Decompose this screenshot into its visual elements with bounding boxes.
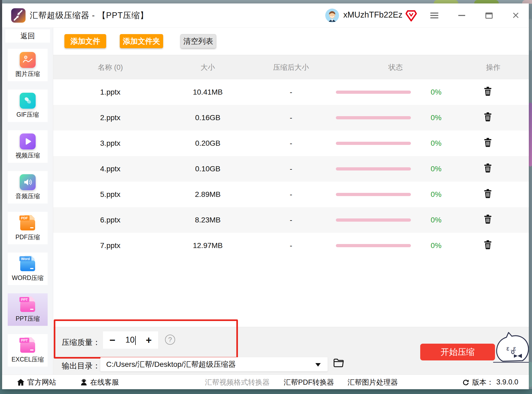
- progress-bar: [336, 193, 411, 196]
- output-dir-path: C:/Users/汇帮/Desktop/汇帮超级压缩器: [106, 359, 236, 369]
- app-window: 汇帮超级压缩器 - 【PPT压缩】 xMUzhTFb22Ez: [2, 3, 529, 389]
- file-name: 7.pptx: [53, 241, 167, 250]
- window-title: 汇帮超级压缩器 - 【PPT压缩】: [30, 10, 149, 21]
- sidebar-item-pdf-compress[interactable]: PDF PDF压缩: [8, 212, 48, 244]
- desktop-icon-fragment: [529, 103, 532, 166]
- add-file-button[interactable]: 添加文件: [64, 34, 106, 48]
- folder-icon: [333, 358, 344, 368]
- sidebar-item-label: WORD压缩: [12, 274, 44, 282]
- file-name: 4.pptx: [53, 165, 167, 173]
- official-site-link[interactable]: 官方网站: [17, 375, 56, 389]
- clear-list-button[interactable]: 清空列表: [180, 34, 216, 48]
- close-button[interactable]: [511, 10, 521, 21]
- header-action: 操作: [457, 63, 529, 72]
- output-dir-select[interactable]: C:/Users/汇帮/Desktop/汇帮超级压缩器: [100, 357, 328, 371]
- file-size: 8.23MB: [167, 216, 248, 224]
- file-size: 0.10GB: [167, 165, 248, 173]
- sidebar-item-label: EXCEL压缩: [11, 355, 44, 364]
- sidebar-item-gif-compress[interactable]: GIF压缩: [8, 90, 48, 122]
- minimize-button[interactable]: [457, 10, 467, 21]
- compressed-size: -: [248, 139, 334, 148]
- progress-bar: [336, 244, 411, 247]
- quality-increase-button[interactable]: +: [146, 335, 152, 345]
- cat-mascot: ε.ε: [493, 329, 529, 367]
- help-icon[interactable]: ?: [165, 335, 175, 345]
- file-name: 2.pptx: [53, 113, 167, 122]
- browse-folder-button[interactable]: [333, 358, 344, 368]
- video-compress-icon: [20, 133, 36, 149]
- online-support-link[interactable]: 在线客服: [80, 375, 119, 389]
- ppt-badge: PPT: [19, 297, 29, 302]
- sidebar-item-label: 音频压缩: [15, 192, 40, 200]
- delete-file-button[interactable]: [484, 163, 492, 173]
- delete-file-button[interactable]: [484, 138, 492, 148]
- cat-eyes: ε.ε: [506, 345, 517, 352]
- file-size: 2.89MB: [167, 190, 248, 199]
- sidebar-item-audio-compress[interactable]: 音频压缩: [8, 171, 48, 204]
- footer-link-pdf-converter[interactable]: 汇帮PDF转换器: [284, 375, 334, 389]
- home-icon: [17, 379, 25, 386]
- delete-file-button[interactable]: [484, 214, 492, 225]
- delete-file-button[interactable]: [484, 240, 492, 250]
- delete-file-button[interactable]: [484, 189, 492, 199]
- pdf-compress-icon: PDF: [19, 215, 36, 231]
- progress-percent: 0%: [431, 139, 441, 148]
- support-agent-icon: [80, 379, 88, 386]
- quality-stepper: − 10 +: [103, 331, 158, 349]
- sidebar-item-label: PDF压缩: [15, 233, 40, 241]
- sidebar-item-video-compress[interactable]: 视频压缩: [8, 130, 48, 163]
- version-label: 版本：: [472, 377, 494, 387]
- file-size: 10.41MB: [167, 88, 248, 96]
- compressed-size: -: [248, 113, 334, 122]
- back-button[interactable]: 返回: [5, 29, 50, 43]
- table-row: 6.pptx 8.23MB - 0%: [53, 207, 529, 233]
- table-header: 名称 (0) 大小 压缩后大小 状态 操作: [53, 55, 529, 79]
- sidebar-item-ppt-compress-selected[interactable]: PPT PPT压缩: [8, 293, 48, 326]
- word-badge: Word: [19, 256, 31, 261]
- desktop-icon-fragment: [529, 362, 532, 387]
- sidebar-item-label: 图片压缩: [15, 70, 40, 78]
- progress-bar: [336, 116, 411, 119]
- sidebar-item-word-compress[interactable]: Word WORD压缩: [8, 253, 48, 285]
- delete-file-button[interactable]: [484, 112, 492, 122]
- delete-file-button[interactable]: [484, 87, 492, 97]
- compressed-size: -: [248, 88, 334, 96]
- table-row: 5.pptx 2.89MB - 0%: [53, 182, 529, 207]
- quality-decrease-button[interactable]: −: [109, 335, 115, 345]
- footer-link-video-converter[interactable]: 汇帮视频格式转换器: [205, 375, 270, 389]
- file-name: 5.pptx: [53, 190, 167, 199]
- hamburger-icon: [430, 13, 438, 18]
- sidebar-item-image-compress[interactable]: 图片压缩: [8, 49, 48, 81]
- sidebar: 返回 图片压缩 GIF压缩: [2, 27, 53, 375]
- desktop-icon-fragment: [434, 0, 458, 4]
- progress-percent: 0%: [431, 113, 441, 122]
- excel-compress-icon: PPT: [19, 337, 36, 354]
- official-site-label: 官方网站: [27, 377, 56, 387]
- header-compressed-size: 压缩后大小: [248, 63, 334, 72]
- compressed-size: -: [248, 241, 334, 250]
- dropdown-arrow-icon: [315, 363, 321, 367]
- output-dir-label: 输出目录：: [62, 361, 100, 371]
- user-avatar[interactable]: [325, 9, 339, 22]
- add-folder-button[interactable]: 添加文件夹: [120, 34, 163, 48]
- footer-link-image-processor[interactable]: 汇帮图片处理器: [348, 375, 398, 389]
- maximize-button[interactable]: [484, 10, 494, 21]
- file-size: 0.16GB: [167, 113, 248, 122]
- username-text[interactable]: xMUzhTFb22Ez: [343, 10, 402, 20]
- gif-compress-icon: [20, 93, 36, 109]
- menu-button[interactable]: [429, 10, 439, 21]
- progress-percent: 0%: [431, 190, 441, 199]
- table-row: 2.pptx 0.16GB - 0%: [53, 105, 529, 131]
- progress-percent: 0%: [431, 165, 441, 173]
- file-name: 1.pptx: [53, 88, 167, 96]
- compressed-size: -: [248, 216, 334, 224]
- table-row: 3.pptx 0.20GB - 0%: [53, 131, 529, 156]
- quality-value[interactable]: 10: [125, 335, 135, 345]
- sidebar-item-excel-compress[interactable]: PPT EXCEL压缩: [8, 334, 48, 367]
- vip-badge-icon[interactable]: [406, 10, 417, 22]
- progress-bar: [336, 218, 411, 222]
- version-number: 3.9.0.0: [496, 378, 518, 386]
- start-compress-button[interactable]: 开始压缩: [420, 344, 495, 360]
- sidebar-item-label: 视频压缩: [15, 151, 40, 160]
- app-logo-icon: [11, 8, 26, 23]
